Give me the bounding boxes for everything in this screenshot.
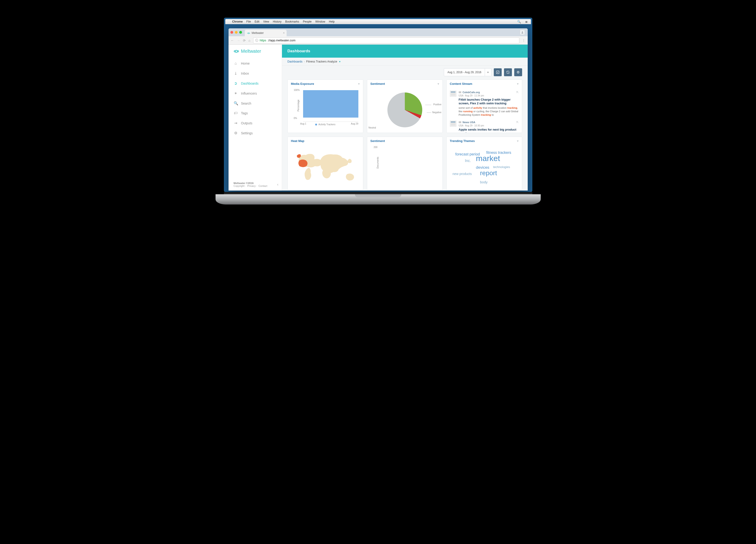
refresh-button[interactable] [504, 68, 512, 76]
wordcloud-word[interactable]: market [476, 154, 500, 163]
wordcloud-word[interactable]: new products [452, 172, 472, 176]
filter-icon[interactable]: ▾ [517, 82, 519, 85]
menubar-window[interactable]: Window [315, 20, 325, 23]
area-series [303, 90, 358, 118]
wordcloud-word[interactable]: report [480, 169, 497, 177]
menubar-edit[interactable]: Edit [255, 20, 259, 23]
footer-link-contact[interactable]: Contact [259, 184, 267, 187]
sidebar-item-settings[interactable]: ⚙Settings [229, 128, 282, 138]
breadcrumb-root[interactable]: Dashboards [288, 60, 303, 63]
home-button-icon[interactable]: ⌂ [249, 39, 250, 42]
sidebar-item-home[interactable]: ⌂Home [229, 59, 282, 68]
footer-copyright: Meltwater ©2016 [234, 182, 277, 184]
sidebar-item-tags[interactable]: 🏷Tags [229, 108, 282, 118]
menu-extras-icon[interactable]: ≣ [525, 20, 528, 23]
breadcrumb: Dashboards › Fitness Trackers Analyze ▾ [282, 58, 528, 65]
output-icon: ⇥ [234, 121, 238, 125]
window-traffic-lights[interactable] [230, 31, 242, 34]
tab-title: Meltwater [252, 31, 264, 35]
wordcloud-word[interactable]: Inc. [465, 159, 471, 163]
checklist-button[interactable] [494, 68, 502, 76]
svg-point-0 [522, 31, 523, 32]
main-panel: Dashboards Dashboards › Fitness Trackers… [282, 45, 528, 190]
open-external-icon[interactable]: ⇱ [516, 121, 519, 124]
page-header: Dashboards [282, 45, 528, 58]
article-headline: Apple sends invites for next big product… [459, 128, 519, 133]
card-title: Content Stream [450, 82, 472, 85]
close-tab-icon[interactable]: × [283, 31, 285, 35]
stream-item[interactable]: News USA ⇱ USA · Aug 29 · 10:30 pm Apple… [450, 119, 519, 133]
article-thumb-icon [450, 121, 456, 127]
pie-label-positive: Positive [433, 103, 441, 106]
laptop-frame: Chrome File Edit View History Bookmarks … [216, 9, 541, 204]
sidebar-item-influencers[interactable]: ✶Influencers [229, 88, 282, 98]
sidebar-item-label: Home [241, 62, 250, 65]
stream-item[interactable]: CelebCafe.org ⇱ USA · Aug 29 · 11:34 pm … [450, 89, 519, 119]
sidebar-item-label: Influencers [241, 92, 257, 95]
settings-button[interactable]: ⚙ [514, 68, 522, 76]
y-tick: 200 [374, 146, 378, 148]
open-external-icon[interactable]: ⇱ [516, 91, 519, 94]
footer-link-privacy[interactable]: Privacy [247, 184, 256, 187]
card-title: Heat Map [291, 139, 304, 143]
flag-icon [459, 121, 461, 123]
menubar-history[interactable]: History [273, 20, 281, 23]
address-bar[interactable]: ⓘ https ://app.meltwater.com [253, 37, 519, 43]
date-range-picker[interactable]: Aug 1, 2016 - Aug 29, 2016 ▾ [444, 68, 491, 76]
filter-icon[interactable]: ▾ [438, 82, 439, 85]
article-excerpt: some sort of activity that involves loca… [459, 106, 519, 117]
page-title: Dashboards [288, 49, 310, 53]
minimize-window-icon[interactable] [235, 31, 238, 34]
reload-button-icon[interactable]: ⟳ [243, 39, 246, 42]
chrome-tabbar: ‹o› Meltwater × [229, 28, 528, 36]
sidebar-item-search[interactable]: 🔍Search [229, 98, 282, 108]
chrome-window: ‹o› Meltwater × ← → ⟳ ⌂ [229, 28, 528, 190]
menubar-view[interactable]: View [263, 20, 269, 23]
wordcloud-word[interactable]: body [480, 180, 488, 184]
y-axis-label: Documents [376, 157, 379, 169]
sidebar-item-outputs[interactable]: ⇥Outputs [229, 118, 282, 128]
sidebar-nav: ⌂Home ⤓Inbox ➲Dashboards ✶Influencers 🔍S… [229, 59, 282, 138]
menubar-help[interactable]: Help [329, 20, 335, 23]
browser-tab[interactable]: ‹o› Meltwater × [245, 30, 287, 36]
gauge-icon: ➲ [234, 81, 238, 85]
brand-name: Meltwater [241, 49, 261, 54]
home-icon: ⌂ [234, 61, 238, 65]
site-info-icon[interactable]: ⓘ [255, 38, 258, 42]
filter-icon[interactable]: ▾ [358, 82, 360, 85]
collapse-sidebar-icon[interactable]: ‹ [277, 182, 278, 186]
card-trending-themes: Trending Themes▾ forecast periodfitness … [446, 137, 522, 190]
svg-rect-1 [496, 71, 499, 74]
sidebar-item-dashboards[interactable]: ➲Dashboards [229, 78, 282, 88]
wordcloud-word[interactable]: technologies [493, 165, 510, 169]
forward-button-icon[interactable]: → [237, 39, 240, 42]
brand-logo[interactable]: ‹o› Meltwater [229, 45, 282, 58]
pie-label-negative: Negative [432, 111, 441, 114]
date-range-chevron-icon[interactable]: ▾ [485, 69, 491, 76]
chrome-profile-button[interactable] [520, 30, 525, 35]
breadcrumb-current[interactable]: Fitness Trackers Analyze [306, 60, 337, 63]
sidebar-item-inbox[interactable]: ⤓Inbox [229, 68, 282, 78]
zoom-window-icon[interactable] [239, 31, 242, 34]
article-headline: Fitbit launches Charge 2 with bigger scr… [459, 98, 519, 105]
x-tick: Aug 29 [351, 122, 358, 125]
chrome-toolbar: ← → ⟳ ⌂ ⓘ https ://app.meltwater.com ⋮ [229, 36, 528, 45]
network-icon: ✶ [234, 91, 238, 95]
menubar-file[interactable]: File [246, 20, 251, 23]
menubar-bookmarks[interactable]: Bookmarks [285, 20, 299, 23]
close-window-icon[interactable] [230, 31, 233, 34]
chrome-menu-icon[interactable]: ⋮ [522, 39, 525, 42]
menubar-people[interactable]: People [303, 20, 311, 23]
footer-link-copyright[interactable]: Copyright [234, 184, 245, 187]
filter-icon[interactable]: ▾ [517, 139, 519, 143]
macos-menubar: Chrome File Edit View History Bookmarks … [225, 19, 531, 24]
breadcrumb-dropdown-icon[interactable]: ▾ [339, 60, 340, 63]
back-button-icon[interactable]: ← [231, 39, 234, 42]
tag-icon: 🏷 [234, 111, 238, 115]
card-sentiment-pie: Sentiment▾ Positive Negative Neutral [367, 79, 443, 133]
y-tick: 0% [294, 117, 297, 119]
date-range-value: Aug 1, 2016 - Aug 29, 2016 [444, 71, 484, 74]
sidebar-item-label: Dashboards [241, 82, 259, 85]
menubar-app[interactable]: Chrome [232, 20, 243, 23]
spotlight-icon[interactable]: 🔍 [517, 20, 521, 23]
